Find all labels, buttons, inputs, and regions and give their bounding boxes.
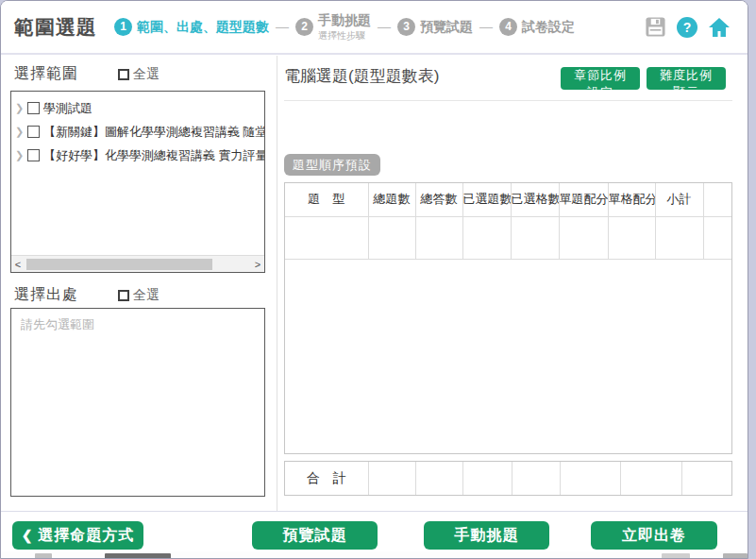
step-2-sublabel: 選擇性步驟 — [318, 30, 371, 41]
cell-extra[interactable] — [703, 216, 731, 259]
col-selected-questions: 已選題數 — [462, 183, 511, 216]
tree-item-study-well-book[interactable]: ❯ 【好好學】化學學測總複習講義 實力評量 — [15, 144, 264, 167]
totals-label: 合 計 — [285, 462, 368, 495]
col-points-per-blank: 單格配分 — [608, 183, 655, 216]
source-section-header: 選擇出處 全選 — [14, 285, 265, 305]
step-separator: — — [378, 19, 391, 34]
step-2-number: 2 — [295, 18, 313, 36]
table-header-row: 題 型 總題數 總答數 已選題數 已選格數 單題配分 單格配分 小計 — [285, 183, 731, 216]
wizard-steps: 1 範圍、出處、題型題數 — 2 手動挑題 選擇性步驟 — 3 預覽試題 — 4… — [114, 13, 645, 40]
source-select-all-checkbox[interactable] — [118, 290, 129, 301]
header-icons: ? — [645, 16, 748, 38]
range-select-all[interactable]: 全選 — [118, 66, 160, 83]
range-select-all-checkbox[interactable] — [118, 69, 129, 80]
step-1-label: 範圍、出處、題型題數 — [137, 20, 269, 34]
panel-divider — [277, 56, 277, 511]
range-select-all-label: 全選 — [133, 66, 160, 83]
source-section-title: 選擇出處 — [14, 285, 78, 305]
cell-selected-blanks[interactable] — [511, 216, 559, 259]
home-icon[interactable] — [708, 17, 731, 38]
tree-item-label: 【新關鍵】圖解化學學測總複習講義 隨堂測驗 — [43, 124, 264, 141]
tree-item-label: 【好好學】化學學測總複習講義 實力評量 — [43, 147, 264, 164]
scrollbar-thumb[interactable] — [26, 259, 212, 270]
manual-pick-button[interactable]: 手動挑題 — [424, 521, 549, 550]
chapter-ratio-button[interactable]: 章節比例設定 — [561, 67, 640, 90]
source-placeholder-text: 請先勾選範圍 — [11, 309, 264, 333]
preview-questions-button[interactable]: 預覽試題 — [252, 521, 378, 550]
header: 範圍選題 1 範圍、出處、題型題數 — 2 手動挑題 選擇性步驟 — 3 預覽試… — [1, 1, 748, 55]
col-points-per-question: 單題配分 — [559, 183, 608, 216]
source-select-all-label: 全選 — [133, 287, 160, 304]
difficulty-ratio-button[interactable]: 難度比例顯示 — [647, 67, 726, 90]
cell-total-answers[interactable] — [415, 216, 462, 259]
step-2-label: 手動挑題 選擇性步驟 — [318, 13, 371, 40]
step-2-manual-pick[interactable]: 2 手動挑題 選擇性步驟 — [295, 13, 371, 40]
cell-total-questions[interactable] — [368, 216, 415, 259]
col-question-type: 題 型 — [285, 183, 368, 216]
col-subtotal: 小計 — [655, 183, 703, 216]
chevron-right-icon[interactable]: ❯ — [15, 149, 27, 161]
range-section-title: 選擇範圍 — [14, 64, 78, 84]
tree-item-label: 學測試題 — [43, 100, 92, 117]
step-4-paper-settings[interactable]: 4 試卷設定 — [499, 18, 575, 36]
help-icon[interactable]: ? — [677, 17, 697, 38]
clipped-bottom-content — [1, 551, 748, 559]
type-order-default-button[interactable]: 題型順序預設 — [284, 154, 380, 176]
range-section-header: 選擇範圍 全選 — [14, 64, 265, 84]
totals-points-question — [560, 462, 620, 495]
tree-item-new-key-book[interactable]: ❯ 【新關鍵】圖解化學學測總複習講義 隨堂測驗 — [15, 120, 264, 144]
tree-item-checkbox[interactable] — [27, 149, 40, 161]
totals-points-blank — [620, 462, 681, 495]
title-divider — [284, 100, 732, 101]
back-button-label: 選擇命題方式 — [38, 526, 134, 546]
totals-total-questions — [368, 462, 415, 495]
step-3-preview[interactable]: 3 預覽試題 — [397, 18, 473, 36]
source-list-panel[interactable]: 請先勾選範圍 — [10, 308, 265, 497]
col-total-answers: 總答數 — [415, 183, 462, 216]
step-4-label: 試卷設定 — [522, 20, 575, 34]
scrollbar-track[interactable] — [25, 259, 251, 270]
totals-table: 合 計 — [284, 461, 732, 496]
app-window: 範圍選題 1 範圍、出處、題型題數 — 2 手動挑題 選擇性步驟 — 3 預覽試… — [0, 0, 748, 559]
tree-item-checkbox[interactable] — [27, 126, 40, 138]
chevron-left-icon: ❮ — [22, 528, 34, 543]
scroll-left-arrow-icon[interactable]: < — [11, 259, 25, 270]
horizontal-scrollbar[interactable]: < > — [11, 255, 264, 272]
chevron-right-icon[interactable]: ❯ — [15, 102, 27, 114]
tree-item-exam-questions[interactable]: ❯ 學測試題 — [15, 96, 264, 120]
totals-row: 合 計 — [285, 462, 731, 495]
scroll-right-arrow-icon[interactable]: > — [251, 259, 264, 270]
totals-subtotal — [681, 462, 731, 495]
page-title: 範圍選題 — [1, 14, 114, 41]
col-total-questions: 總題數 — [368, 183, 415, 216]
cell-selected-questions[interactable] — [462, 216, 511, 259]
table-row — [285, 216, 731, 259]
totals-total-answers — [415, 462, 462, 495]
question-type-table: 題 型 總題數 總答數 已選題數 已選格數 單題配分 單格配分 小計 — [284, 182, 732, 454]
chevron-right-icon[interactable]: ❯ — [15, 126, 27, 138]
col-extra — [703, 183, 731, 216]
footer-divider — [1, 511, 748, 512]
step-separator: — — [276, 19, 289, 34]
step-3-label: 預覽試題 — [420, 20, 473, 34]
generate-paper-button[interactable]: 立即出卷 — [591, 521, 717, 550]
back-to-method-button[interactable]: ❮ 選擇命題方式 — [12, 521, 143, 550]
col-selected-blanks: 已選格數 — [511, 183, 559, 216]
cell-question-type[interactable] — [285, 216, 368, 259]
computer-selection-title: 電腦選題(題型題數表) — [284, 65, 439, 87]
totals-selected-questions — [462, 462, 512, 495]
totals-selected-blanks — [512, 462, 560, 495]
cell-points-per-blank[interactable] — [608, 216, 655, 259]
save-icon[interactable] — [645, 16, 666, 38]
cell-points-per-question[interactable] — [559, 216, 608, 259]
tree-item-checkbox[interactable] — [27, 102, 40, 114]
source-select-all[interactable]: 全選 — [118, 287, 160, 304]
step-1-number: 1 — [114, 18, 132, 36]
cell-subtotal[interactable] — [655, 216, 703, 259]
step-4-number: 4 — [499, 18, 517, 36]
step-1-range[interactable]: 1 範圍、出處、題型題數 — [114, 18, 269, 36]
step-3-number: 3 — [397, 18, 415, 36]
range-tree-panel: ❯ 學測試題 ❯ 【新關鍵】圖解化學學測總複習講義 隨堂測驗 ❯ 【好好學】化學… — [10, 91, 265, 273]
step-separator: — — [479, 19, 493, 34]
